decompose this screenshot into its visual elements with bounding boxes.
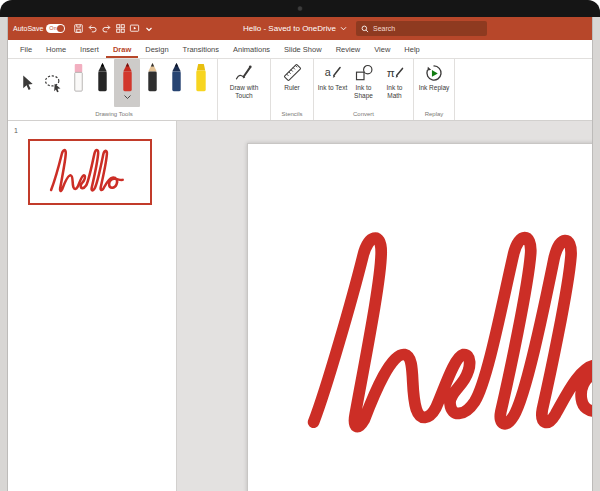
group-label-drawing-tools: Drawing Tools (14, 109, 214, 120)
group-label-replay: Replay (417, 109, 451, 120)
group-convert: a Ink to Text Ink to Shape π (314, 59, 414, 120)
eraser-icon (71, 62, 86, 94)
svg-text:π: π (386, 66, 394, 79)
tab-home[interactable]: Home (39, 40, 73, 58)
ink-drawing-hello[interactable] (298, 196, 593, 482)
lasso-select-icon (43, 73, 63, 93)
title-bar: AutoSave On (7, 17, 593, 40)
ink-to-shape-label: Ink to Shape (348, 84, 379, 100)
group-stencils: Ruler Stencils (271, 59, 314, 120)
customize-qat-button[interactable] (142, 22, 155, 36)
ink-to-shape-button[interactable]: Ink to Shape (348, 59, 379, 100)
eraser-tool-button[interactable] (66, 59, 90, 107)
lasso-select-button[interactable] (40, 59, 66, 107)
search-icon (361, 25, 369, 33)
group-label-touch-empty (221, 109, 267, 120)
redo-icon (101, 23, 112, 34)
tab-file[interactable]: File (13, 40, 39, 58)
autosave-label: AutoSave (13, 25, 43, 32)
select-tool-button[interactable] (14, 59, 40, 107)
title-chevron-icon (340, 26, 347, 31)
ink-to-math-label: Ink to Math (379, 84, 410, 100)
ink-to-text-icon: a (323, 63, 343, 83)
pencil-tool-button[interactable] (140, 59, 164, 107)
tab-insert[interactable]: Insert (73, 40, 106, 58)
save-button[interactable] (72, 22, 85, 36)
slideshow-icon (129, 23, 140, 34)
pen-red-icon (120, 62, 135, 94)
undo-button[interactable] (86, 22, 99, 36)
ink-to-math-icon: π (385, 63, 405, 83)
draw-with-touch-label: Draw with Touch (221, 84, 267, 100)
draw-with-touch-button[interactable]: Draw with Touch (221, 59, 267, 100)
chevron-down-icon (145, 25, 153, 33)
tab-view[interactable]: View (367, 40, 397, 58)
document-title-text: Hello - Saved to OneDrive (243, 24, 336, 33)
tab-help[interactable]: Help (397, 40, 426, 58)
redo-button[interactable] (100, 22, 113, 36)
ruler-button[interactable]: Ruler (274, 59, 310, 92)
ink-replay-label: Ink Replay (419, 84, 450, 92)
toggle-knob-icon (57, 25, 64, 32)
slide-editing-area (177, 121, 593, 491)
slide-1-thumbnail[interactable] (28, 139, 152, 205)
pen-blue-button[interactable] (164, 59, 188, 107)
pen-black-button[interactable] (90, 59, 114, 107)
draw-with-touch-icon (234, 63, 254, 83)
highlighter-button[interactable] (188, 59, 214, 107)
group-touch: Draw with Touch (218, 59, 271, 120)
search-input[interactable]: Search (356, 21, 487, 36)
device-right-bezel (592, 17, 600, 491)
ruler-label: Ruler (284, 84, 300, 92)
grid-view-button[interactable] (114, 22, 127, 36)
ink-to-text-button[interactable]: a Ink to Text (317, 59, 348, 92)
tab-animations[interactable]: Animations (226, 40, 277, 58)
workspace: 1 (7, 121, 593, 491)
slide-canvas[interactable] (247, 143, 593, 491)
pencil-icon (145, 62, 160, 94)
save-icon (73, 23, 84, 34)
group-label-convert: Convert (317, 109, 410, 120)
slide-thumbnail-panel: 1 (7, 121, 177, 491)
document-title[interactable]: Hello - Saved to OneDrive (243, 17, 347, 40)
ink-replay-icon (424, 63, 444, 83)
pen-blue-icon (169, 62, 184, 94)
select-arrow-icon (18, 73, 36, 93)
autosave-toggle[interactable]: On (46, 24, 65, 33)
ruler-icon (282, 62, 303, 83)
device-left-bezel (0, 17, 8, 491)
tab-review[interactable]: Review (329, 40, 368, 58)
ink-to-shape-icon (354, 63, 374, 83)
grid-icon (115, 23, 126, 34)
search-placeholder: Search (373, 25, 395, 32)
highlighter-icon (193, 62, 209, 94)
ink-to-math-button[interactable]: π Ink to Math (379, 59, 410, 100)
group-replay: Ink Replay Replay (414, 59, 455, 120)
svg-text:a: a (324, 66, 331, 78)
ink-to-text-label: Ink to Text (318, 84, 348, 92)
slide-number: 1 (14, 127, 18, 134)
undo-icon (87, 23, 98, 34)
ribbon-draw-tab: Drawing Tools Draw with Touch (7, 59, 593, 121)
device-top-bezel (0, 0, 600, 17)
pen-red-button-selected[interactable] (114, 59, 140, 107)
tab-design[interactable]: Design (138, 40, 175, 58)
tab-draw[interactable]: Draw (106, 40, 138, 58)
autosave-state: On (49, 26, 56, 32)
thumbnail-ink-hello (46, 141, 134, 203)
ink-replay-button[interactable]: Ink Replay (417, 59, 451, 92)
device-frame: AutoSave On (0, 0, 600, 491)
start-slideshow-button[interactable] (128, 22, 141, 36)
group-drawing-tools: Drawing Tools (11, 59, 218, 120)
tab-transitions[interactable]: Transitions (176, 40, 226, 58)
pen-black-icon (95, 62, 110, 94)
ribbon-tabs: File Home Insert Draw Design Transitions… (7, 40, 593, 59)
group-label-stencils: Stencils (274, 109, 310, 120)
webcam-icon (298, 6, 303, 11)
quick-access-toolbar (72, 22, 155, 36)
tab-slide-show[interactable]: Slide Show (277, 40, 329, 58)
powerpoint-window: AutoSave On (7, 17, 593, 491)
pen-options-chevron-icon (124, 95, 131, 99)
